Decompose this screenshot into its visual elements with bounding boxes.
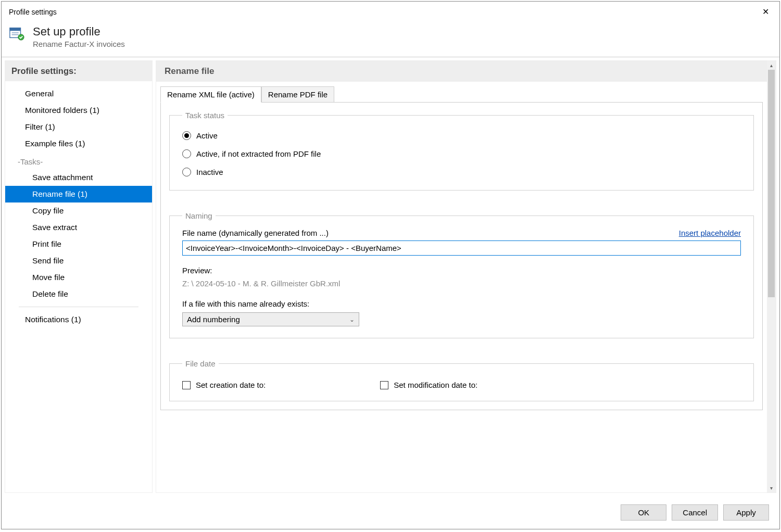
filename-input[interactable] xyxy=(182,240,741,256)
tab-rename-pdf[interactable]: Rename PDF file xyxy=(261,86,334,103)
sidebar-item-delete-file[interactable]: Delete file xyxy=(5,286,152,302)
scroll-up-icon[interactable]: ▴ xyxy=(767,61,776,70)
sidebar-item-print-file[interactable]: Print file xyxy=(5,236,152,252)
filename-label: File name (dynamically generated from ..… xyxy=(182,229,329,237)
file-date-group: File date Set creation date to: Set modi… xyxy=(169,359,754,401)
profile-icon xyxy=(9,25,24,42)
naming-group: Naming File name (dynamically generated … xyxy=(169,211,754,338)
radio-active[interactable]: Active xyxy=(182,131,741,140)
file-date-legend: File date xyxy=(182,359,219,368)
sidebar-group-tasks: -Tasks- xyxy=(5,152,152,169)
sidebar-item-save-extract[interactable]: Save extract xyxy=(5,219,152,236)
sidebar-item-general[interactable]: General xyxy=(5,85,152,102)
checkbox-set-modification-date[interactable]: Set modification date to: xyxy=(380,381,477,389)
window-title: Profile settings xyxy=(9,8,57,16)
sidebar-item-copy-file[interactable]: Copy file xyxy=(5,202,152,219)
sidebar-item-rename-file[interactable]: Rename file (1) xyxy=(5,186,152,202)
scroll-track[interactable] xyxy=(767,70,776,484)
sidebar-item-monitored-folders[interactable]: Monitored folders (1) xyxy=(5,102,152,119)
cancel-button[interactable]: Cancel xyxy=(672,504,718,521)
main-title: Rename file xyxy=(156,61,767,82)
scroll-down-icon[interactable]: ▾ xyxy=(767,484,776,492)
header-title: Set up profile xyxy=(33,25,125,39)
main-panel: Rename file Rename XML file (active) Ren… xyxy=(156,60,776,493)
sidebar-item-send-file[interactable]: Send file xyxy=(5,252,152,269)
radio-icon xyxy=(182,149,191,158)
exists-select[interactable]: Add numbering ⌄ xyxy=(182,312,359,326)
checkbox-icon xyxy=(182,381,191,389)
vertical-scrollbar[interactable]: ▴ ▾ xyxy=(767,61,776,492)
task-status-group: Task status Active Active, if not extrac… xyxy=(169,111,754,191)
svg-rect-1 xyxy=(10,28,21,31)
radio-active-if-not-extracted[interactable]: Active, if not extracted from PDF file xyxy=(182,149,741,158)
header: Set up profile Rename Factur-X invoices xyxy=(2,22,779,57)
modification-date-label: Set modification date to: xyxy=(394,381,477,389)
main-scroll: Rename file Rename XML file (active) Ren… xyxy=(156,61,767,492)
footer: OK Cancel Apply xyxy=(2,496,779,529)
radio-active-label: Active xyxy=(196,131,218,140)
close-icon[interactable]: ✕ xyxy=(757,5,774,19)
ok-button[interactable]: OK xyxy=(621,504,666,521)
naming-legend: Naming xyxy=(182,211,216,220)
checkbox-set-creation-date[interactable]: Set creation date to: xyxy=(182,381,266,389)
insert-placeholder-link[interactable]: Insert placeholder xyxy=(679,229,741,237)
scroll-thumb[interactable] xyxy=(768,70,775,297)
sidebar-item-filter[interactable]: Filter (1) xyxy=(5,119,152,135)
header-subtitle: Rename Factur-X invoices xyxy=(33,40,125,48)
task-status-legend: Task status xyxy=(182,111,228,120)
sidebar-item-save-attachment[interactable]: Save attachment xyxy=(5,169,152,186)
apply-button[interactable]: Apply xyxy=(723,504,769,521)
exists-label: If a file with this name already exists: xyxy=(182,299,741,308)
tabs: Rename XML file (active) Rename PDF file xyxy=(160,86,767,102)
radio-icon xyxy=(182,168,191,176)
titlebar: Profile settings ✕ xyxy=(2,2,779,22)
creation-date-label: Set creation date to: xyxy=(196,381,266,389)
dialog-window: Profile settings ✕ Set up profile Rename… xyxy=(1,1,780,529)
sidebar-separator xyxy=(19,307,138,307)
sidebar-item-notifications[interactable]: Notifications (1) xyxy=(5,311,152,328)
radio-inactive-label: Inactive xyxy=(196,168,223,176)
preview-value: Z: \ 2024-05-10 - M. & R. Gillmeister Gb… xyxy=(182,279,741,288)
checkbox-icon xyxy=(380,381,388,389)
radio-inactive[interactable]: Inactive xyxy=(182,168,741,176)
body: Profile settings: General Monitored fold… xyxy=(2,57,779,496)
exists-select-value: Add numbering xyxy=(187,315,240,324)
sidebar-item-move-file[interactable]: Move file xyxy=(5,269,152,286)
sidebar-list: General Monitored folders (1) Filter (1)… xyxy=(5,81,152,328)
preview-label: Preview: xyxy=(182,266,741,275)
chevron-down-icon: ⌄ xyxy=(349,316,355,323)
radio-icon xyxy=(182,131,191,140)
tab-pane: Task status Active Active, if not extrac… xyxy=(160,102,763,410)
sidebar: Profile settings: General Monitored fold… xyxy=(5,60,153,493)
tab-rename-xml[interactable]: Rename XML file (active) xyxy=(160,86,261,103)
sidebar-title: Profile settings: xyxy=(5,61,152,81)
sidebar-item-example-files[interactable]: Example files (1) xyxy=(5,135,152,152)
radio-active-if-label: Active, if not extracted from PDF file xyxy=(196,149,321,158)
